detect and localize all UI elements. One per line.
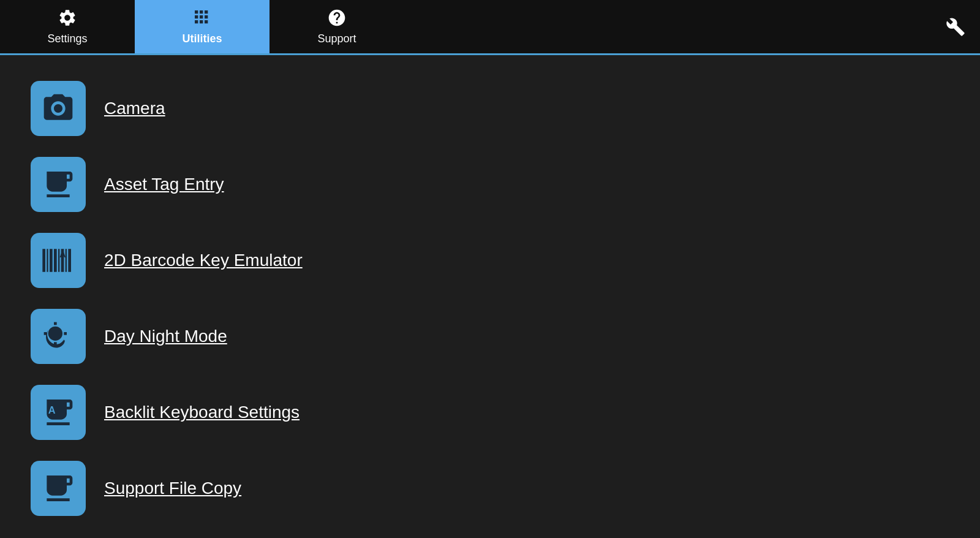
camera-icon bbox=[41, 91, 75, 126]
main-content: Camera Asset Tag Entry A 2D Barcode Key … bbox=[0, 55, 980, 538]
barcode-icon-box: A bbox=[31, 233, 86, 288]
camera-label: Camera bbox=[104, 99, 165, 118]
barcode-icon: A bbox=[41, 243, 75, 278]
barcode-label: 2D Barcode Key Emulator bbox=[104, 251, 303, 270]
camera-icon-box bbox=[31, 81, 86, 136]
tab-utilities[interactable]: Utilities bbox=[135, 0, 270, 53]
svg-text:A: A bbox=[59, 249, 66, 259]
backlit-keyboard-label: Backlit Keyboard Settings bbox=[104, 403, 300, 422]
day-night-label: Day Night Mode bbox=[104, 327, 227, 346]
backlit-icon-box: A bbox=[31, 385, 86, 440]
support-file-label: Support File Copy bbox=[104, 479, 241, 498]
backlit-keyboard-icon: A bbox=[41, 395, 75, 430]
support-label: Support bbox=[317, 32, 356, 45]
support-icon bbox=[327, 8, 347, 30]
asset-tag-icon-box bbox=[31, 157, 86, 212]
svg-point-1 bbox=[48, 327, 62, 341]
asset-tag-label: Asset Tag Entry bbox=[104, 175, 224, 194]
svg-text:A: A bbox=[48, 404, 56, 415]
navbar: Settings Utilities Support bbox=[0, 0, 980, 55]
tab-support[interactable]: Support bbox=[270, 0, 404, 53]
list-item-backlit-keyboard[interactable]: A Backlit Keyboard Settings bbox=[31, 377, 949, 447]
tab-settings[interactable]: Settings bbox=[0, 0, 135, 53]
list-item-support-file-copy[interactable]: Support File Copy bbox=[31, 453, 949, 523]
list-item-camera[interactable]: Camera bbox=[31, 74, 949, 143]
navbar-spacer bbox=[404, 0, 931, 53]
utilities-icon bbox=[192, 8, 212, 30]
list-item-barcode-emulator[interactable]: A 2D Barcode Key Emulator bbox=[31, 225, 949, 295]
list-item-day-night-mode[interactable]: Day Night Mode bbox=[31, 301, 949, 371]
settings-label: Settings bbox=[47, 32, 87, 45]
asset-tag-icon bbox=[41, 167, 75, 202]
day-night-icon-box bbox=[31, 309, 86, 364]
support-file-icon-box bbox=[31, 461, 86, 516]
support-file-icon bbox=[41, 471, 75, 506]
day-night-icon bbox=[41, 319, 75, 354]
settings-icon bbox=[58, 8, 77, 30]
wrench-button[interactable] bbox=[931, 0, 980, 53]
list-item-asset-tag-entry[interactable]: Asset Tag Entry bbox=[31, 150, 949, 219]
utilities-label: Utilities bbox=[182, 32, 222, 45]
